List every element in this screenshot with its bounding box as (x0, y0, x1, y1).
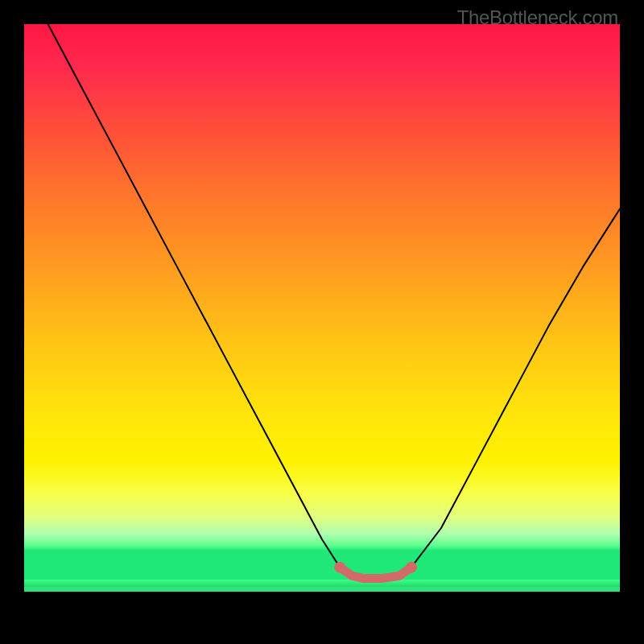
optimal-segment (334, 562, 417, 579)
svg-point-1 (406, 562, 417, 573)
bottleneck-curve (48, 24, 620, 579)
chart-container: TheBottleneck.com (0, 0, 644, 644)
plot-area (24, 24, 620, 620)
svg-point-0 (334, 562, 345, 573)
curve-layer (24, 24, 620, 620)
